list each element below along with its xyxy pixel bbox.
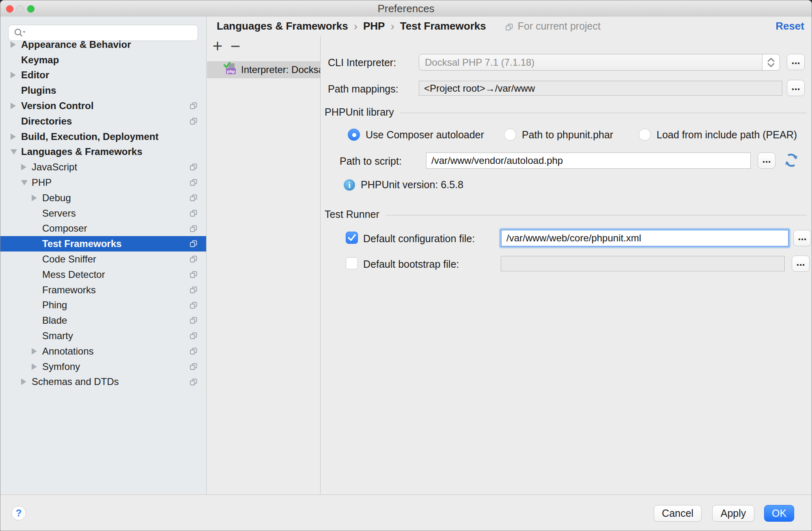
- combo-spinner-icon[interactable]: [762, 54, 780, 70]
- sidebar-item-code-sniffer[interactable]: Code Sniffer: [0, 252, 206, 267]
- reset-link[interactable]: Reset: [775, 17, 804, 36]
- path-mappings-browse-button[interactable]: ...: [787, 80, 805, 96]
- sidebar-item-blade[interactable]: Blade: [0, 313, 206, 328]
- radio-path-to-phpunit-phar[interactable]: Path to phpunit.phar: [504, 129, 613, 141]
- sidebar-item-php[interactable]: PHP: [0, 175, 206, 190]
- phpunit-version-info: i PHPUnit version: 6.5.8: [344, 179, 463, 191]
- remove-interpreter-button[interactable]: −: [227, 37, 243, 56]
- sidebar-item-frameworks[interactable]: Frameworks: [0, 282, 206, 298]
- cancel-button[interactable]: Cancel: [654, 505, 702, 522]
- sidebar-item-test-frameworks[interactable]: Test Frameworks: [0, 236, 206, 252]
- default-config-checkbox[interactable]: [346, 232, 358, 244]
- sidebar-item-phing[interactable]: Phing: [0, 298, 206, 313]
- radio-button-icon[interactable]: [639, 129, 651, 141]
- chevron-down-icon[interactable]: [21, 180, 28, 185]
- sidebar-item-label: Editor: [21, 69, 49, 81]
- sidebar-item-label: Mess Detector: [42, 269, 105, 280]
- per-project-settings-icon: [189, 255, 198, 264]
- phpunit-library-options: Use Composer autoloaderPath to phpunit.p…: [321, 129, 812, 142]
- sidebar-item-label: Debug: [42, 192, 71, 204]
- sidebar-item-smarty[interactable]: Smarty: [0, 328, 206, 344]
- sidebar-item-version-control[interactable]: Version Control: [0, 98, 206, 114]
- per-project-settings-icon: [189, 101, 198, 110]
- chevron-right-icon[interactable]: [21, 378, 26, 385]
- chevron-right-icon[interactable]: [11, 41, 16, 48]
- default-config-browse-button[interactable]: ...: [793, 230, 811, 246]
- chevron-right-icon[interactable]: [21, 164, 26, 170]
- help-button[interactable]: ?: [11, 506, 26, 520]
- default-config-label: Default configuration file:: [363, 233, 475, 245]
- reload-icon[interactable]: [784, 153, 799, 170]
- radio-label: Path to phpunit.phar: [522, 129, 613, 141]
- sidebar-item-mess-detector[interactable]: Mess Detector: [0, 267, 206, 282]
- radio-button-icon[interactable]: [504, 129, 516, 141]
- sidebar-item-annotations[interactable]: Annotations: [0, 344, 206, 359]
- per-project-settings-icon: [505, 22, 514, 31]
- chevron-right-icon[interactable]: [32, 348, 37, 355]
- breadcrumb-separator: ›: [348, 20, 363, 33]
- default-bootstrap-browse-button[interactable]: ...: [792, 256, 810, 272]
- default-bootstrap-field[interactable]: [501, 256, 785, 271]
- apply-button[interactable]: Apply: [712, 505, 754, 522]
- interpreter-list-panel: + − php Interpreter: Docksal PHP 7.1: [207, 36, 321, 494]
- default-config-field[interactable]: /var/www/web/core/phpunit.xml: [501, 230, 789, 247]
- path-to-script-label: Path to script:: [340, 155, 402, 167]
- chevron-right-icon[interactable]: [11, 133, 16, 140]
- per-project-settings-icon: [189, 224, 198, 233]
- title-bar: Preferences: [0, 0, 812, 17]
- cli-interpreter-label: CLI Interpreter:: [328, 57, 396, 69]
- sidebar-item-schemas-and-dtds[interactable]: Schemas and DTDs: [0, 374, 206, 390]
- breadcrumb-languages-frameworks[interactable]: Languages & Frameworks: [217, 20, 348, 32]
- test-frameworks-settings: CLI Interpreter: Docksal PHP 7.1 (7.1.18…: [321, 36, 812, 494]
- chevron-down-icon[interactable]: [11, 149, 17, 155]
- radio-load-from-include-path-pear[interactable]: Load from include path (PEAR): [639, 129, 797, 141]
- sidebar-item-appearance-behavior[interactable]: Appearance & Behavior: [0, 37, 206, 52]
- sidebar-item-javascript[interactable]: JavaScript: [0, 159, 206, 175]
- chevron-right-icon[interactable]: [32, 195, 37, 201]
- cli-interpreter-select[interactable]: Docksal PHP 7.1 (7.1.18): [419, 54, 780, 71]
- sidebar-item-label: Frameworks: [42, 284, 96, 296]
- path-mappings-field[interactable]: <Project root>→/var/www: [419, 81, 782, 96]
- sidebar-item-plugins[interactable]: Plugins: [0, 83, 206, 98]
- ok-button[interactable]: OK: [764, 505, 794, 522]
- minimize-button[interactable]: [17, 5, 24, 13]
- sidebar-item-servers[interactable]: Servers: [0, 206, 206, 221]
- sidebar-item-label: PHP: [32, 177, 52, 188]
- path-mappings-label: Path mappings:: [328, 83, 398, 95]
- dialog-footer: ? Cancel Apply OK: [0, 494, 812, 531]
- sidebar-item-editor[interactable]: Editor: [0, 68, 206, 83]
- sidebar-item-directories[interactable]: Directories: [0, 114, 206, 129]
- window-title: Preferences: [0, 0, 812, 17]
- per-project-settings-icon: [189, 239, 198, 248]
- path-to-script-field[interactable]: /var/www/vendor/autoload.php: [426, 153, 751, 169]
- close-button[interactable]: [6, 5, 13, 13]
- chevron-right-icon[interactable]: [32, 363, 37, 370]
- radio-label: Load from include path (PEAR): [657, 129, 797, 141]
- sidebar-item-label: Code Sniffer: [42, 254, 96, 265]
- sidebar-item-composer[interactable]: Composer: [0, 221, 206, 236]
- sidebar-item-symfony[interactable]: Symfony: [0, 359, 206, 374]
- sidebar-item-label: JavaScript: [32, 161, 77, 173]
- per-project-settings-icon: [189, 270, 198, 279]
- sidebar-item-build-execution-deployment[interactable]: Build, Execution, Deployment: [0, 129, 206, 144]
- zoom-button[interactable]: [27, 5, 34, 13]
- sidebar-item-debug[interactable]: Debug: [0, 190, 206, 206]
- breadcrumb-test-frameworks[interactable]: Test Frameworks: [400, 20, 486, 32]
- path-to-script-browse-button[interactable]: ...: [758, 153, 775, 169]
- per-project-settings-icon: [189, 316, 198, 325]
- radio-button-icon[interactable]: [348, 129, 360, 141]
- test-runner-section: Test Runner: [325, 208, 807, 221]
- radio-use-composer-autoloader[interactable]: Use Composer autoloader: [348, 129, 484, 141]
- chevron-right-icon[interactable]: [11, 72, 16, 78]
- sidebar-item-label: Composer: [42, 223, 87, 234]
- per-project-settings-icon: [189, 163, 198, 172]
- sidebar-item-keymap[interactable]: Keymap: [0, 52, 206, 68]
- add-interpreter-button[interactable]: +: [209, 37, 226, 56]
- chevron-right-icon[interactable]: [11, 103, 16, 109]
- interpreter-list-item[interactable]: php Interpreter: Docksal PHP 7.1: [207, 61, 320, 78]
- default-bootstrap-checkbox[interactable]: [346, 257, 358, 269]
- sidebar-item-label: Annotations: [42, 346, 94, 357]
- sidebar-item-languages-frameworks[interactable]: Languages & Frameworks: [0, 144, 206, 160]
- breadcrumb-php[interactable]: PHP: [363, 20, 385, 32]
- cli-interpreter-browse-button[interactable]: ...: [787, 54, 805, 70]
